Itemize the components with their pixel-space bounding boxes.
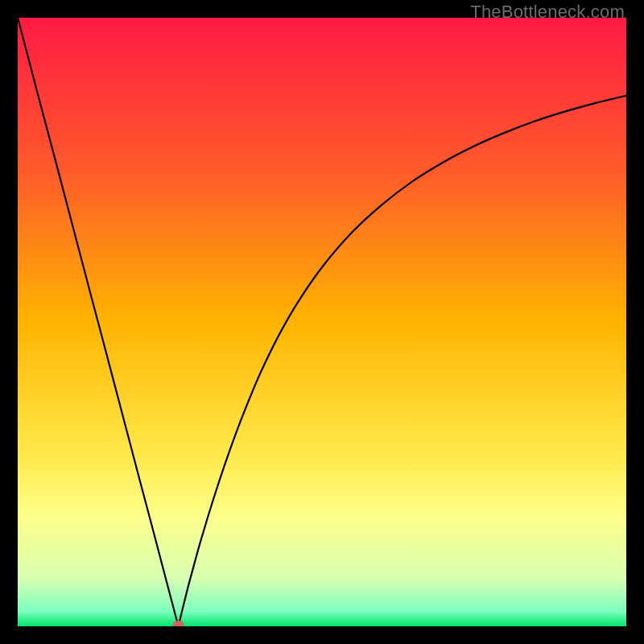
plot-frame (18, 18, 626, 626)
bottleneck-chart (18, 18, 626, 626)
gradient-background (18, 18, 626, 626)
watermark-label: TheBottleneck.com (470, 2, 625, 23)
